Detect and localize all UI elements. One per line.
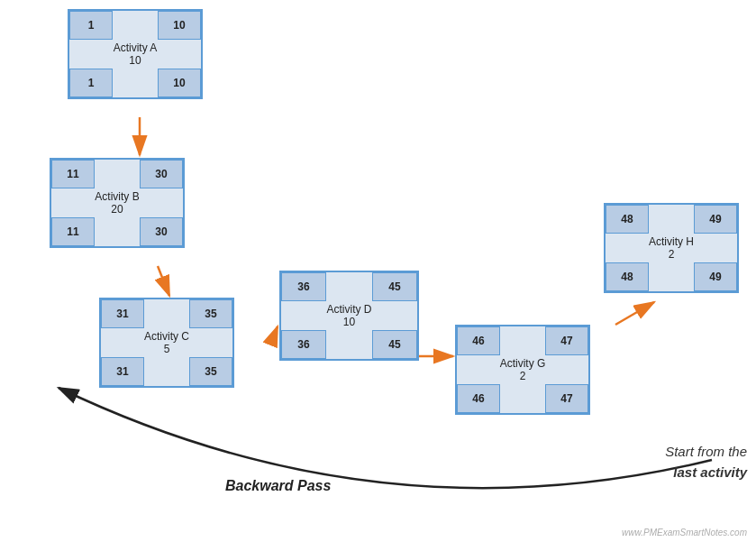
node-activity-b: 11 30 Activity B 20 11 30 [50,158,185,248]
node-b-ef: 30 [140,160,183,188]
start-from-line1: Start from the [665,444,747,459]
node-d-es: 36 [281,272,326,301]
node-b-ls: 11 [51,217,95,246]
node-b-label: Activity B 20 [51,188,183,217]
node-d-ef: 45 [372,272,417,301]
node-g-ef: 47 [545,326,588,355]
node-h-label: Activity H 2 [606,234,737,262]
arrow-c-to-d [270,326,278,344]
node-a-es: 1 [69,11,113,40]
node-activity-c: 31 35 Activity C 5 31 35 [99,298,234,388]
node-g-ls: 46 [457,384,500,413]
start-from-line2: last activity [673,464,747,480]
node-g-es: 46 [457,326,500,355]
start-from-label: Start from the last activity [665,442,747,482]
node-activity-a: 1 10 Activity A 10 1 10 [68,9,203,99]
node-d-ls: 36 [281,330,326,359]
node-h-ef: 49 [694,205,737,234]
node-g-label: Activity G 2 [457,355,588,384]
node-b-lf: 30 [140,217,183,246]
node-c-label: Activity C 5 [101,328,232,357]
node-c-lf: 35 [189,357,232,386]
node-h-es: 48 [606,205,649,234]
node-b-es: 11 [51,160,95,188]
node-d-label: Activity D 10 [281,301,417,330]
node-c-ls: 31 [101,357,144,386]
node-h-ls: 48 [606,262,649,291]
node-c-ef: 35 [189,299,232,328]
node-a-ef: 10 [158,11,201,40]
node-activity-d: 36 45 Activity D 10 36 45 [279,271,419,361]
node-a-lf: 10 [158,69,201,97]
node-c-es: 31 [101,299,144,328]
node-a-ls: 1 [69,69,113,97]
node-g-lf: 47 [545,384,588,413]
backward-pass-arrow [59,388,712,488]
node-activity-g: 46 47 Activity G 2 46 47 [455,325,590,415]
backward-pass-label: Backward Pass [225,478,331,494]
watermark: www.PMExamSmartNotes.com [622,528,747,537]
node-a-label: Activity A 10 [69,40,201,69]
arrow-g-to-h [615,302,654,325]
node-activity-h: 48 49 Activity H 2 48 49 [604,203,739,293]
node-h-lf: 49 [694,262,737,291]
arrow-b-to-c [158,266,169,296]
node-d-lf: 45 [372,330,417,359]
